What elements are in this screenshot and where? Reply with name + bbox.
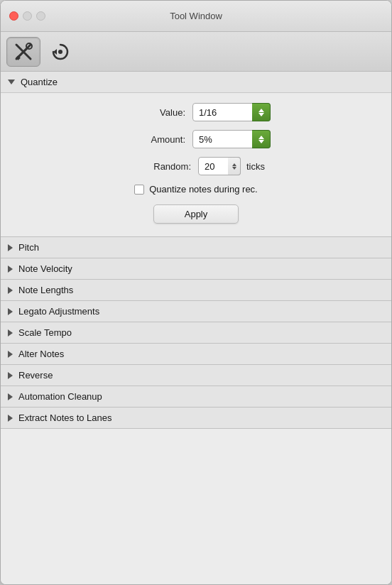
quantize-section: Quantize Value: 1/16 1/8 1/4 1/32 1/2 bbox=[1, 72, 391, 237]
wrench-icon bbox=[13, 42, 33, 62]
quantize-section-header[interactable]: Quantize bbox=[1, 72, 391, 93]
amount-label: Amount: bbox=[121, 134, 185, 145]
value-row: Value: 1/16 1/8 1/4 1/32 1/2 bbox=[1, 103, 391, 121]
content-area: Quantize Value: 1/16 1/8 1/4 1/32 1/2 bbox=[1, 72, 391, 584]
wrench-tool-button[interactable] bbox=[6, 37, 40, 67]
section-header-6[interactable]: Reverse bbox=[1, 365, 391, 386]
quantize-section-label: Quantize bbox=[21, 77, 58, 87]
section-header-1[interactable]: Note Velocity bbox=[1, 258, 391, 279]
section-header-7[interactable]: Automation Cleanup bbox=[1, 386, 391, 407]
section-expand-arrow bbox=[8, 351, 13, 358]
maximize-button[interactable] bbox=[36, 11, 45, 21]
amount-row: Amount: 5% 10% 25% 50% 100% bbox=[1, 130, 391, 148]
tool-window: Tool Window bbox=[0, 0, 392, 585]
section-label: Extract Notes to Lanes bbox=[18, 412, 112, 423]
section-expand-arrow bbox=[8, 244, 13, 251]
section-note-velocity: Note Velocity bbox=[1, 258, 391, 280]
up-arrow-icon bbox=[258, 136, 264, 139]
down-arrow-icon bbox=[232, 167, 236, 170]
section-alter-notes: Alter Notes bbox=[1, 344, 391, 365]
checkbox-inner: Quantize notes during rec. bbox=[134, 184, 257, 195]
value-select-wrapper: 1/16 1/8 1/4 1/32 1/2 bbox=[192, 103, 271, 121]
section-label: Alter Notes bbox=[18, 349, 64, 359]
section-label: Reverse bbox=[18, 370, 53, 381]
section-label: Pitch bbox=[18, 242, 39, 253]
section-expand-arrow bbox=[8, 329, 13, 337]
section-label: Note Velocity bbox=[18, 263, 72, 274]
amount-select-wrapper: 5% 10% 25% 50% 100% bbox=[192, 130, 271, 148]
value-label: Value: bbox=[121, 107, 185, 118]
section-expand-arrow bbox=[8, 372, 13, 379]
down-arrow-icon bbox=[258, 140, 264, 143]
random-row: Random: ticks bbox=[1, 157, 391, 175]
section-legato-adjustments: Legato Adjustments bbox=[1, 301, 391, 322]
section-header-0[interactable]: Pitch bbox=[1, 237, 391, 258]
section-pitch: Pitch bbox=[1, 237, 391, 258]
close-button[interactable] bbox=[9, 11, 18, 21]
ticks-label: ticks bbox=[246, 161, 265, 172]
section-reverse: Reverse bbox=[1, 365, 391, 386]
section-header-4[interactable]: Scale Tempo bbox=[1, 322, 391, 343]
grease-tool-button[interactable] bbox=[43, 37, 77, 67]
section-scale-tempo: Scale Tempo bbox=[1, 322, 391, 344]
quantize-during-rec-label: Quantize notes during rec. bbox=[149, 184, 257, 195]
window-title: Tool Window bbox=[170, 11, 222, 21]
traffic-lights bbox=[9, 11, 45, 21]
title-bar: Tool Window bbox=[1, 1, 391, 32]
section-label: Legato Adjustments bbox=[18, 306, 99, 317]
section-extract-notes-to-lanes: Extract Notes to Lanes bbox=[1, 408, 391, 429]
random-label: Random: bbox=[127, 161, 191, 172]
section-automation-cleanup: Automation Cleanup bbox=[1, 386, 391, 408]
up-arrow-icon bbox=[232, 163, 236, 166]
section-expand-arrow bbox=[8, 393, 13, 400]
section-header-8[interactable]: Extract Notes to Lanes bbox=[1, 408, 391, 428]
quantize-body: Value: 1/16 1/8 1/4 1/32 1/2 bbox=[1, 93, 391, 236]
toolbar bbox=[1, 32, 391, 72]
apply-row: Apply bbox=[1, 204, 391, 224]
checkbox-row: Quantize notes during rec. bbox=[1, 184, 391, 195]
section-label: Scale Tempo bbox=[18, 327, 72, 338]
value-select-arrow[interactable] bbox=[252, 103, 271, 121]
amount-select-arrow[interactable] bbox=[252, 130, 271, 148]
up-arrow-icon bbox=[258, 109, 264, 112]
section-label: Automation Cleanup bbox=[18, 391, 102, 402]
minimize-button[interactable] bbox=[23, 11, 32, 21]
down-arrow-icon bbox=[258, 113, 264, 116]
section-expand-arrow bbox=[8, 415, 13, 422]
svg-point-6 bbox=[58, 50, 62, 54]
section-header-5[interactable]: Alter Notes bbox=[1, 344, 391, 364]
section-expand-arrow bbox=[8, 308, 13, 315]
section-expand-arrow bbox=[8, 287, 13, 294]
section-expand-arrow bbox=[8, 266, 13, 273]
random-spinner-wrapper bbox=[198, 157, 241, 175]
grease-icon bbox=[50, 42, 70, 62]
random-spinner[interactable] bbox=[228, 157, 241, 175]
collapsed-sections: PitchNote VelocityNote LengthsLegato Adj… bbox=[1, 237, 391, 429]
apply-button[interactable]: Apply bbox=[153, 204, 239, 224]
section-note-lengths: Note Lengths bbox=[1, 280, 391, 301]
section-header-2[interactable]: Note Lengths bbox=[1, 280, 391, 300]
quantize-during-rec-checkbox[interactable] bbox=[134, 185, 144, 195]
section-header-3[interactable]: Legato Adjustments bbox=[1, 301, 391, 322]
quantize-collapse-arrow bbox=[8, 80, 15, 84]
section-label: Note Lengths bbox=[18, 285, 73, 295]
